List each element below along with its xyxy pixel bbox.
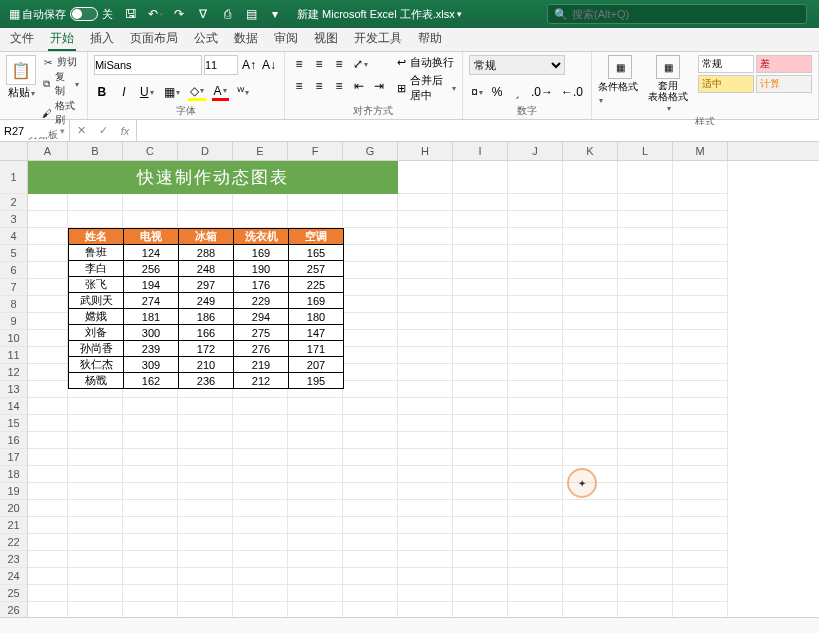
cell[interactable] [563, 500, 618, 517]
cell[interactable] [563, 194, 618, 211]
cell[interactable] [178, 500, 233, 517]
cell[interactable] [398, 585, 453, 602]
cell[interactable] [563, 347, 618, 364]
cell[interactable] [178, 398, 233, 415]
cell[interactable] [618, 364, 673, 381]
cell[interactable] [563, 330, 618, 347]
style-normal[interactable]: 常规 [698, 55, 754, 73]
cell[interactable] [28, 296, 68, 313]
fill-color-button[interactable]: ◇ [188, 83, 206, 101]
cell[interactable] [673, 449, 728, 466]
cell[interactable] [508, 483, 563, 500]
cell[interactable] [618, 517, 673, 534]
cell[interactable] [28, 517, 68, 534]
cell[interactable] [68, 568, 123, 585]
table-cell[interactable]: 190 [234, 261, 289, 277]
cell[interactable] [123, 483, 178, 500]
search-input[interactable] [572, 8, 800, 20]
table-cell[interactable]: 207 [289, 357, 344, 373]
table-cell[interactable]: 180 [289, 309, 344, 325]
cell[interactable] [673, 517, 728, 534]
cell[interactable] [398, 415, 453, 432]
cell[interactable] [563, 279, 618, 296]
cell[interactable] [123, 585, 178, 602]
table-cell[interactable]: 147 [289, 325, 344, 341]
table-cell[interactable]: 169 [289, 293, 344, 309]
tab-页面布局[interactable]: 页面布局 [128, 27, 180, 51]
cell[interactable] [453, 194, 508, 211]
cell[interactable] [673, 313, 728, 330]
table-cell[interactable]: 225 [289, 277, 344, 293]
cell[interactable] [233, 602, 288, 617]
table-cell[interactable]: 176 [234, 277, 289, 293]
table-cell[interactable]: 239 [124, 341, 179, 357]
tab-数据[interactable]: 数据 [232, 27, 260, 51]
indent-inc-icon[interactable]: ⇥ [371, 77, 387, 95]
row-header-13[interactable]: 13 [0, 381, 28, 398]
cell[interactable] [618, 245, 673, 262]
cell[interactable] [343, 517, 398, 534]
cell[interactable] [343, 483, 398, 500]
cell[interactable] [178, 517, 233, 534]
cell[interactable] [123, 500, 178, 517]
cell[interactable] [453, 262, 508, 279]
col-header-L[interactable]: L [618, 142, 673, 160]
cell[interactable] [398, 381, 453, 398]
cell[interactable] [343, 602, 398, 617]
comma-icon[interactable]: ˏ [509, 83, 525, 101]
cell[interactable] [508, 534, 563, 551]
worksheet-grid[interactable]: ABCDEFGHIJKLM 12345678910111213141516171… [0, 142, 819, 617]
cell[interactable] [178, 483, 233, 500]
cell[interactable] [508, 228, 563, 245]
cell[interactable] [508, 398, 563, 415]
cell[interactable] [508, 449, 563, 466]
cell[interactable] [398, 398, 453, 415]
cell[interactable] [343, 466, 398, 483]
cell[interactable] [233, 211, 288, 228]
table-cell[interactable]: 嫦娥 [69, 309, 124, 325]
phonetic-button[interactable]: ᵂ [235, 83, 251, 101]
cell[interactable] [508, 551, 563, 568]
table-icon[interactable]: ▤ [243, 6, 259, 22]
cell[interactable] [233, 500, 288, 517]
table-cell[interactable]: 124 [124, 245, 179, 261]
cell[interactable] [563, 432, 618, 449]
row-header-18[interactable]: 18 [0, 466, 28, 483]
cell[interactable] [398, 347, 453, 364]
cell[interactable] [398, 568, 453, 585]
cell[interactable] [673, 245, 728, 262]
cell[interactable] [453, 245, 508, 262]
cell[interactable] [233, 568, 288, 585]
cell[interactable] [343, 347, 398, 364]
table-cell[interactable]: 李白 [69, 261, 124, 277]
undo-icon[interactable]: ↶ [147, 6, 163, 22]
cell[interactable] [453, 534, 508, 551]
cell[interactable] [343, 330, 398, 347]
cell[interactable] [618, 296, 673, 313]
cell[interactable] [398, 517, 453, 534]
table-cell[interactable]: 236 [179, 373, 234, 389]
tab-视图[interactable]: 视图 [312, 27, 340, 51]
cell[interactable] [453, 211, 508, 228]
align-bottom-icon[interactable]: ≡ [331, 55, 347, 73]
cell[interactable] [563, 466, 618, 483]
cell[interactable] [28, 415, 68, 432]
row-header-25[interactable]: 25 [0, 585, 28, 602]
cell[interactable] [618, 211, 673, 228]
cell[interactable] [288, 585, 343, 602]
cell[interactable] [28, 534, 68, 551]
table-cell[interactable]: 172 [179, 341, 234, 357]
cell[interactable] [178, 466, 233, 483]
table-header[interactable]: 冰箱 [179, 229, 234, 245]
cell[interactable] [508, 296, 563, 313]
row-header-22[interactable]: 22 [0, 534, 28, 551]
row-header-1[interactable]: 1 [0, 161, 28, 194]
fx-icon[interactable]: fx [114, 125, 136, 137]
cell[interactable] [563, 517, 618, 534]
cell[interactable] [343, 585, 398, 602]
cell[interactable] [673, 381, 728, 398]
cell[interactable] [618, 483, 673, 500]
cell[interactable] [453, 330, 508, 347]
cell[interactable] [343, 398, 398, 415]
table-cell[interactable]: 鲁班 [69, 245, 124, 261]
